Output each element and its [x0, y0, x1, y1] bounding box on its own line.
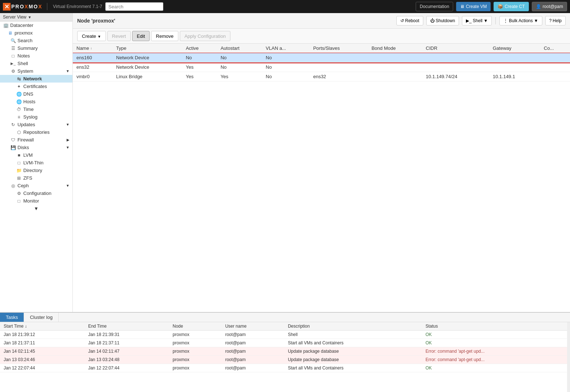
task-col-start[interactable]: Start Time ↓: [0, 322, 84, 331]
task-col-node[interactable]: Node: [169, 322, 221, 331]
col-ports[interactable]: Ports/Slaves: [309, 44, 368, 53]
reboot-button[interactable]: ↺ Reboot: [396, 16, 423, 25]
task-row[interactable]: Jan 12 22:07:44Jan 12 22:07:44proxmoxroo…: [0, 364, 567, 372]
shell-label: Shell: [17, 61, 28, 66]
header-separator: [495, 17, 496, 24]
task-panel: Start Time ↓ End Time Node User name Des…: [0, 322, 567, 392]
sidebar-item-proxmox[interactable]: 🖥 proxmox: [0, 29, 72, 37]
lvm-thin-icon: □: [16, 160, 22, 165]
col-autostart[interactable]: Autostart: [217, 44, 262, 53]
sidebar-item-certificates[interactable]: ✦ Certificates: [0, 83, 72, 90]
table-row[interactable]: ens160Network DeviceNoNoNo: [73, 53, 570, 63]
revert-button[interactable]: Revert: [107, 31, 131, 41]
network-toolbar: Create ▼ Revert Edit Remove Apply Config…: [73, 29, 570, 44]
content-area: Node 'proxmox' ↺ Reboot ⏻ Shutdown ▶_ Sh…: [73, 13, 570, 312]
table-row[interactable]: ens32Network DeviceYesNoNo: [73, 63, 570, 72]
sidebar-item-notes[interactable]: □ Notes: [0, 52, 72, 60]
task-cell: Jan 18 21:39:31: [84, 331, 169, 339]
ceph-expand-icon: ▼: [66, 184, 70, 188]
zfs-label: ZFS: [23, 175, 32, 181]
table-cell: [422, 53, 489, 63]
col-gateway[interactable]: Gateway: [489, 44, 540, 53]
task-cell: Jan 14 02:11:47: [84, 347, 169, 356]
task-col-end[interactable]: End Time: [84, 322, 169, 331]
task-cell: Jan 14 02:11:45: [0, 347, 84, 356]
task-row[interactable]: Jan 13 03:24:46Jan 13 03:24:48proxmoxroo…: [0, 356, 567, 364]
server-view-header[interactable]: Server View ▼: [0, 13, 72, 21]
task-row[interactable]: Jan 14 02:11:45Jan 14 02:11:47proxmoxroo…: [0, 347, 567, 356]
bulk-actions-button[interactable]: ⋮ Bulk Actions ▼: [499, 16, 542, 25]
shell-button[interactable]: ▶_ Shell ▼: [462, 16, 492, 25]
sidebar-item-summary[interactable]: ☰ Summary: [0, 44, 72, 52]
sidebar-item-time[interactable]: ⏱ Time: [0, 105, 72, 113]
edit-button[interactable]: Edit: [132, 31, 150, 41]
sidebar-item-datacenter[interactable]: 🏢 Datacenter: [0, 21, 72, 29]
sidebar-item-firewall[interactable]: 🛡 Firewall ▶: [0, 136, 72, 144]
sidebar-item-network[interactable]: ⇆ Network: [0, 75, 72, 83]
sidebar-item-ceph[interactable]: ◎ Ceph ▼: [0, 182, 72, 189]
sidebar-item-shell[interactable]: ▶_ Shell: [0, 60, 72, 67]
search-input[interactable]: [105, 2, 163, 11]
sidebar-item-repositories[interactable]: ⬡ Repositories: [0, 128, 72, 136]
col-cidr[interactable]: CIDR: [422, 44, 489, 53]
task-col-status[interactable]: Status: [422, 322, 567, 331]
shutdown-button[interactable]: ⏻ Shutdown: [426, 16, 459, 25]
sidebar-item-dns[interactable]: 🌐 DNS: [0, 90, 72, 98]
sidebar-item-lvm[interactable]: ■ LVM: [0, 151, 72, 159]
sidebar-item-zfs[interactable]: ⊞ ZFS: [0, 174, 72, 182]
table-row[interactable]: vmbr0Linux BridgeYesYesNoens3210.1.149.7…: [73, 72, 570, 81]
user-menu-button[interactable]: 👤 root@pam: [532, 2, 567, 11]
table-cell: vmbr0: [73, 72, 112, 81]
sidebar-scroll-down[interactable]: ▼: [0, 205, 72, 212]
sidebar-item-syslog[interactable]: ≡ Syslog: [0, 113, 72, 121]
sidebar-item-system[interactable]: ⚙ System ▼: [0, 67, 72, 75]
create-vm-button[interactable]: 🖥 Create VM: [456, 2, 491, 11]
table-cell: [540, 53, 570, 63]
apply-config-button[interactable]: Apply Configuration: [180, 31, 230, 41]
sidebar-item-monitor[interactable]: □ Monitor: [0, 197, 72, 205]
sidebar-item-directory[interactable]: 📁 Directory: [0, 167, 72, 174]
tab-tasks[interactable]: Tasks: [0, 313, 24, 322]
content-header: Node 'proxmox' ↺ Reboot ⏻ Shutdown ▶_ Sh…: [73, 13, 570, 29]
disks-icon: 💾: [10, 145, 16, 150]
create-button[interactable]: Create ▼: [77, 31, 106, 41]
sidebar-item-configuration[interactable]: ⚙ Configuration: [0, 189, 72, 197]
sort-icon: ↑: [90, 47, 92, 51]
create-ct-button[interactable]: 📦 Create CT: [494, 2, 529, 11]
zfs-icon: ⊞: [16, 176, 22, 181]
sidebar-item-updates[interactable]: ↻ Updates ▼: [0, 121, 72, 128]
sidebar-item-disks[interactable]: 💾 Disks ▼: [0, 144, 72, 151]
task-row[interactable]: Jan 18 21:39:12Jan 18 21:39:31proxmoxroo…: [0, 331, 567, 339]
table-cell: [489, 53, 540, 63]
firewall-expand-icon: ▶: [67, 138, 70, 142]
tab-cluster-log[interactable]: Cluster log: [24, 313, 59, 322]
help-button[interactable]: ? Help: [545, 16, 566, 25]
documentation-button[interactable]: Documentation: [416, 2, 453, 11]
system-label: System: [17, 68, 33, 74]
task-cell: OK: [422, 339, 567, 347]
task-table: Start Time ↓ End Time Node User name Des…: [0, 322, 567, 372]
sidebar-item-lvm-thin[interactable]: □ LVM-Thin: [0, 159, 72, 167]
directory-label: Directory: [23, 168, 42, 173]
col-active[interactable]: Active: [182, 44, 217, 53]
task-col-desc[interactable]: Description: [284, 322, 422, 331]
logo-x-icon: ✕: [3, 3, 11, 11]
sidebar-item-search[interactable]: 🔍 Search: [0, 37, 72, 44]
remove-button[interactable]: Remove: [151, 31, 178, 41]
col-co[interactable]: Co...: [540, 44, 570, 53]
ceph-icon: ◎: [10, 183, 16, 188]
task-table-container: Start Time ↓ End Time Node User name Des…: [0, 322, 567, 392]
table-cell: No: [217, 63, 262, 72]
col-name[interactable]: Name ↑: [73, 44, 112, 53]
table-cell: Yes: [182, 72, 217, 81]
page-title: Node 'proxmox': [77, 18, 115, 24]
scrollbar[interactable]: [567, 322, 570, 392]
col-type[interactable]: Type: [112, 44, 182, 53]
col-vlan[interactable]: VLAN a...: [262, 44, 309, 53]
task-cell: Start all VMs and Containers: [284, 364, 422, 372]
table-cell: [309, 53, 368, 63]
col-bond[interactable]: Bond Mode: [368, 44, 422, 53]
task-row[interactable]: Jan 18 21:37:11Jan 18 21:37:11proxmoxroo…: [0, 339, 567, 347]
sidebar-item-hosts[interactable]: 🌐 Hosts: [0, 98, 72, 105]
task-col-user[interactable]: User name: [222, 322, 284, 331]
